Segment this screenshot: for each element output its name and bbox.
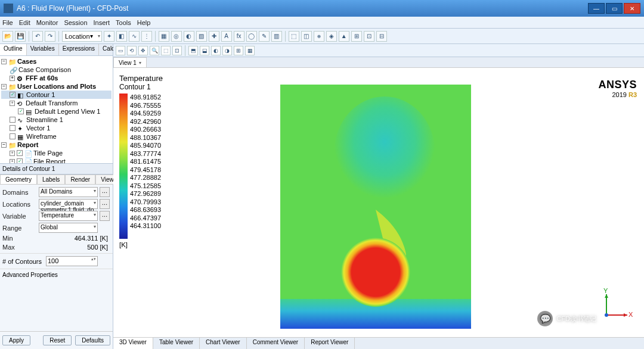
main-toolbar: 📂 💾 ↶ ↷ Location ▾ ✦ ◧ ∿ ⋮ ▦ ◎ ◐ ▧ ✚ A f… [0, 29, 644, 44]
max-label: Max [2, 244, 37, 251]
maximize-button[interactable]: ▭ [606, 3, 623, 14]
contour-legend: Temperature Contour 1 498.91852496.75555… [119, 74, 197, 331]
main-area: ▭ ⟲ ✥ 🔍 ⬚ ⊡ ⬒ ⬓ ◐ ◑ ⊞ ▦ View 1 Temperatu… [113, 44, 644, 349]
rotate-icon[interactable]: ⟲ [127, 46, 137, 55]
3d-viewport[interactable]: Temperature Contour 1 498.91852496.75555… [113, 68, 644, 337]
location-dropdown[interactable]: Location ▾ [62, 31, 102, 42]
save-icon[interactable]: 💾 [15, 31, 26, 42]
tab-report-viewer[interactable]: Report Viewer [305, 338, 355, 349]
tool-icon[interactable]: ⊟ [376, 31, 387, 42]
variable-select[interactable]: Temperature [39, 211, 98, 221]
variable-more-button[interactable]: … [100, 211, 110, 221]
menu-file[interactable]: File [2, 19, 13, 26]
fit-icon[interactable]: ⊡ [172, 46, 182, 55]
view-icon[interactable]: ⬒ [188, 46, 198, 55]
svg-marker-7 [605, 294, 608, 298]
property-grid: Domains All Domains … Locations cylinder… [0, 185, 113, 253]
view-icon[interactable]: ▦ [245, 46, 255, 55]
tool-icon[interactable]: ◐ [184, 31, 194, 42]
menu-monitor[interactable]: Monitor [36, 19, 58, 26]
contour-icon[interactable]: ◧ [116, 31, 127, 42]
ansys-brand: ANSYS 2019 R3 [598, 79, 637, 98]
tab-geometry[interactable]: Geometry [0, 174, 37, 184]
view-icon[interactable]: ⬓ [200, 46, 209, 55]
menu-tools[interactable]: Tools [116, 19, 131, 26]
tool-icon[interactable]: ⊡ [364, 31, 374, 42]
advanced-properties[interactable]: Advanced Properties [0, 269, 113, 281]
min-value: 464.311 [K] [39, 235, 110, 242]
range-select[interactable]: Global [39, 223, 98, 233]
view-icon[interactable]: ◐ [211, 46, 221, 55]
locations-label: Locations [2, 201, 37, 208]
domains-select[interactable]: All Domains [39, 187, 98, 197]
menu-help[interactable]: Help [137, 19, 151, 26]
close-button[interactable]: ✕ [624, 3, 640, 14]
outline-tree[interactable]: −📁Cases 🔗Case Comparison +⚙FFF at 60s −📁… [0, 56, 113, 163]
ncontours-label: # of Contours [2, 258, 44, 265]
tool-icon[interactable]: ▦ [159, 31, 169, 42]
reset-button[interactable]: Reset [43, 335, 72, 345]
view-icon[interactable]: ⊞ [234, 46, 243, 55]
menu-edit[interactable]: Edit [19, 19, 30, 26]
contour-plot [280, 85, 471, 329]
tab-variables[interactable]: Variables [27, 44, 59, 55]
domains-more-button[interactable]: … [100, 187, 110, 197]
tab-table-viewer[interactable]: Table Viewer [153, 338, 200, 349]
tool-icon[interactable]: ◯ [246, 31, 257, 42]
vector-icon[interactable]: ✦ [104, 31, 114, 42]
zoombox-icon[interactable]: ⬚ [161, 46, 171, 55]
tab-render[interactable]: Render [65, 174, 95, 184]
tool-icon[interactable]: ⎈ [314, 31, 324, 42]
tab-comment-viewer[interactable]: Comment Viewer [247, 338, 305, 349]
zoom-icon[interactable]: 🔍 [150, 46, 159, 55]
tool-icon[interactable]: fx [234, 31, 244, 42]
minimize-button[interactable]: — [588, 3, 605, 14]
folder-icon: 📁 [8, 58, 16, 65]
window-titlebar: A6 : Fluid Flow (Fluent) - CFD-Post — ▭ … [0, 0, 644, 17]
watermark: 💬 CFD读书笔记 [537, 311, 596, 326]
defaults-button[interactable]: Defaults [75, 335, 110, 345]
tool-icon[interactable]: ⊞ [351, 31, 362, 42]
particle-icon[interactable]: ⋮ [141, 31, 152, 42]
tab-outline[interactable]: Outline [0, 44, 27, 55]
legend-unit: [K] [119, 241, 197, 248]
wechat-icon: 💬 [537, 311, 553, 326]
tool-icon[interactable]: ▥ [271, 31, 282, 42]
svg-text:Y: Y [603, 288, 608, 294]
tool-icon[interactable]: ◎ [171, 31, 182, 42]
tool-icon[interactable]: ✎ [259, 31, 270, 42]
select-icon[interactable]: ▭ [116, 46, 125, 55]
tool-icon[interactable]: ◈ [326, 31, 337, 42]
locations-select[interactable]: cylinder_domain symmetry 1,fluid_do [39, 199, 98, 209]
open-icon[interactable]: 📂 [2, 31, 13, 42]
main-bottom-tabs: 3D Viewer Table Viewer Chart Viewer Comm… [113, 337, 644, 349]
menu-insert[interactable]: Insert [94, 19, 110, 26]
tab-3d-viewer[interactable]: 3D Viewer [113, 338, 153, 349]
view-icon[interactable]: ◑ [222, 46, 232, 55]
tool-icon[interactable]: A [221, 31, 232, 42]
left-panel: Outline Variables Expressions Calculator… [0, 44, 113, 349]
view-tab-1[interactable]: View 1 [113, 57, 147, 67]
svg-marker-5 [624, 313, 627, 317]
tool-icon[interactable]: ⬚ [289, 31, 299, 42]
pan-icon[interactable]: ✥ [138, 46, 148, 55]
window-title: A6 : Fluid Flow (Fluent) - CFD-Post [17, 4, 588, 13]
tab-chart-viewer[interactable]: Chart Viewer [200, 338, 247, 349]
apply-button[interactable]: Apply [2, 335, 30, 345]
case-icon: ⚙ [17, 74, 24, 82]
redo-icon[interactable]: ↷ [45, 31, 55, 42]
streamline-icon[interactable]: ∿ [129, 31, 140, 42]
locations-more-button[interactable]: … [100, 199, 110, 209]
svg-point-3 [341, 238, 410, 307]
menu-session[interactable]: Session [64, 19, 87, 26]
tab-labels[interactable]: Labels [37, 174, 65, 184]
tool-icon[interactable]: ◫ [301, 31, 312, 42]
tool-icon[interactable]: ✚ [209, 31, 219, 42]
tool-icon[interactable]: ▧ [196, 31, 207, 42]
tool-icon[interactable]: ▲ [339, 31, 349, 42]
tab-expressions[interactable]: Expressions [59, 44, 99, 55]
legend-title: Temperature [119, 74, 197, 83]
folder-icon: 📁 [8, 83, 16, 90]
undo-icon[interactable]: ↶ [32, 31, 43, 42]
ncontours-spinbox[interactable]: 100 [46, 256, 98, 266]
